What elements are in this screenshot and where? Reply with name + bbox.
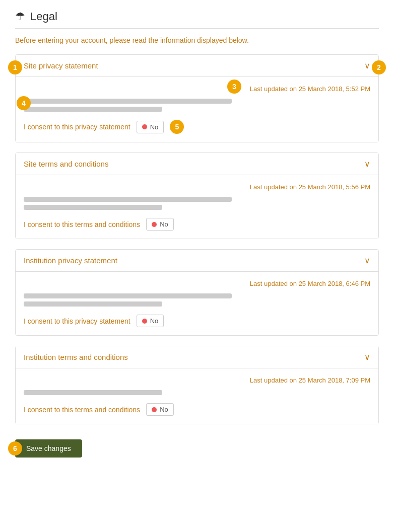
institution-privacy-body: Last updated on 25 March 2018, 6:46 PM I… [16,272,378,335]
institution-terms-title: Institution terms and conditions [24,353,128,361]
institution-terms-consent-row: I consent to this terms and conditions N… [24,403,370,416]
institution-terms-toggle-label: No [160,406,168,413]
site-privacy-last-updated: 3 Last updated on 25 March 2018, 5:52 PM [24,85,370,93]
site-privacy-title: Site privacy statement [24,61,98,70]
institution-terms-toggle[interactable]: No [146,403,174,416]
site-terms-header[interactable]: Site terms and conditions ∨ [16,153,378,175]
site-terms-toggle-dot [152,222,157,227]
institution-privacy-toggle-dot [142,319,147,324]
institution-privacy-header[interactable]: Institution privacy statement ∨ [16,250,378,272]
site-terms-section: Site terms and conditions ∨ Last updated… [15,153,379,239]
site-terms-last-updated: Last updated on 25 March 2018, 5:56 PM [24,183,370,191]
institution-privacy-title: Institution privacy statement [24,256,117,265]
site-privacy-toggle[interactable]: No [137,121,164,133]
annotation-badge-2: 2 [372,60,386,74]
site-terms-chevron-icon: ∨ [364,159,370,169]
terms-content-placeholder-2 [24,205,162,210]
save-section: 6 Save changes [15,439,82,458]
annotation-badge-3: 3 [227,80,241,94]
inst-privacy-content-placeholder-2 [24,301,162,307]
site-privacy-card: Site privacy statement ∨ 2 3 Last update… [15,54,379,142]
privacy-content-placeholder-2 [24,107,162,112]
site-terms-toggle-label: No [160,220,168,228]
page-header: ☂ Legal [15,10,379,23]
institution-terms-card: Institution terms and conditions ∨ Last … [15,346,379,424]
site-privacy-chevron-icon: ∨ [364,61,370,70]
institution-privacy-consent-label: I consent to this privacy statement [24,317,130,325]
site-terms-title: Site terms and conditions [24,160,108,168]
site-terms-consent-label: I consent to this terms and conditions [24,220,140,229]
inst-terms-content-placeholder [24,390,162,395]
site-privacy-section: 1 Site privacy statement ∨ 2 3 Last upda… [15,54,379,142]
institution-privacy-last-updated: Last updated on 25 March 2018, 6:46 PM [24,280,370,287]
annotation-badge-1: 1 [8,60,22,74]
annotation-badge-6: 6 [8,441,22,455]
institution-terms-body: Last updated on 25 March 2018, 7:09 PM I… [16,368,378,424]
site-terms-consent-row: I consent to this terms and conditions N… [24,218,370,231]
site-terms-body: Last updated on 25 March 2018, 5:56 PM I… [16,175,378,239]
institution-terms-header[interactable]: Institution terms and conditions ∨ [16,346,378,368]
institution-terms-last-updated: Last updated on 25 March 2018, 7:09 PM [24,376,370,384]
institution-terms-chevron-icon: ∨ [364,352,370,362]
institution-privacy-section: Institution privacy statement ∨ Last upd… [15,249,379,336]
save-button[interactable]: Save changes [15,439,82,458]
site-terms-toggle[interactable]: No [146,218,174,231]
umbrella-icon: ☂ [15,10,25,23]
inst-privacy-content-placeholder [24,293,232,298]
site-privacy-consent-label: I consent to this privacy statement [24,123,130,131]
terms-content-placeholder [24,197,232,202]
header-divider [15,28,379,29]
site-privacy-toggle-dot [142,124,147,129]
annotation-badge-4: 4 [17,96,31,110]
site-privacy-body: 3 Last updated on 25 March 2018, 5:52 PM… [16,77,378,142]
intro-text: Before entering your account, please rea… [15,36,379,44]
site-privacy-header[interactable]: Site privacy statement ∨ 2 [16,55,378,77]
institution-privacy-toggle-label: No [150,317,159,325]
institution-privacy-toggle[interactable]: No [137,315,164,327]
institution-terms-toggle-dot [152,407,157,412]
institution-privacy-consent-row: I consent to this privacy statement No [24,315,370,327]
institution-privacy-chevron-icon: ∨ [364,256,370,265]
page-title: Legal [30,10,57,23]
site-terms-card: Site terms and conditions ∨ Last updated… [15,153,379,239]
institution-terms-consent-label: I consent to this terms and conditions [24,406,140,414]
annotation-badge-5: 5 [170,120,184,134]
institution-terms-section: Institution terms and conditions ∨ Last … [15,346,379,424]
site-privacy-toggle-label: No [150,123,159,131]
site-privacy-consent-row: I consent to this privacy statement No 5 [24,120,370,134]
institution-privacy-card: Institution privacy statement ∨ Last upd… [15,249,379,336]
privacy-content-placeholder [24,99,232,104]
